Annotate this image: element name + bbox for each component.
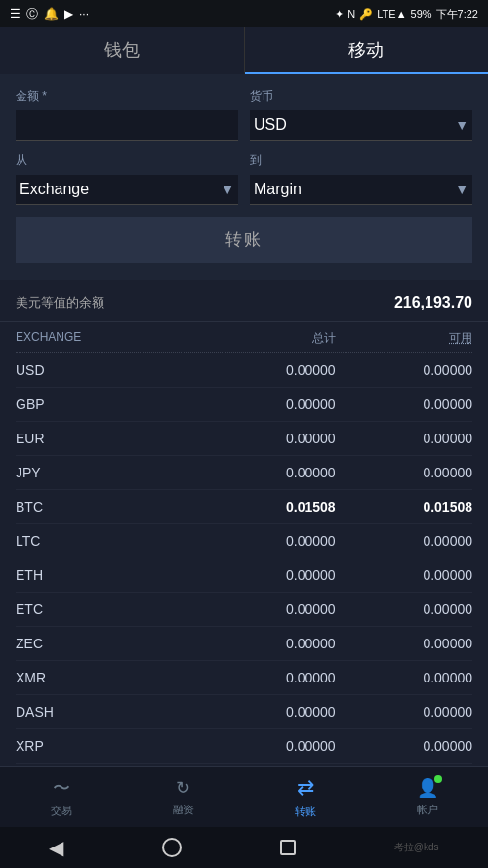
- currency-cell: ETC: [16, 601, 198, 617]
- balance-label: 美元等值的余额: [16, 294, 104, 311]
- form-area: 金额 * 货币 USD ▼ 从 Exchange ▼ 到 Margin ▼: [0, 74, 488, 280]
- sys-nav: ◀ 考拉@kds: [0, 827, 488, 868]
- total-cell: 0.00000: [198, 636, 335, 651]
- available-cell: 0.00000: [336, 362, 472, 378]
- table-row: JPY 0.00000 0.00000: [16, 456, 472, 490]
- amount-label: 金额 *: [16, 88, 238, 104]
- currency-cell: XRP: [16, 738, 198, 754]
- available-cell: 0.00000: [336, 533, 472, 549]
- currency-select[interactable]: USD ▼: [250, 110, 472, 141]
- nav-label-finance: 融资: [173, 803, 194, 817]
- dots: ···: [79, 7, 89, 21]
- signal-icon: LTE▲: [377, 8, 406, 20]
- table-rows-container: USD 0.00000 0.00000 GBP 0.00000 0.00000 …: [16, 353, 472, 764]
- tab-wallet[interactable]: 钱包: [0, 27, 245, 74]
- balance-value: 216,193.70: [394, 294, 472, 311]
- currency-table: EXCHANGE 总计 可用 USD 0.00000 0.00000 GBP 0…: [0, 322, 488, 813]
- available-cell: 0.00000: [336, 636, 472, 651]
- total-cell: 0.00000: [198, 396, 335, 412]
- app-icon: Ⓒ: [26, 6, 38, 22]
- available-cell: 0.00000: [336, 431, 472, 446]
- status-right-icons: ✦ N 🔑 LTE▲ 59% 下午7:22: [335, 7, 478, 21]
- total-cell: 0.00000: [198, 362, 335, 378]
- currency-cell: DASH: [16, 704, 198, 720]
- amount-group: 金额 *: [16, 88, 238, 141]
- total-cell: 0.00000: [198, 670, 335, 685]
- table-row: LTC 0.00000 0.00000: [16, 524, 472, 558]
- total-cell: 0.00000: [198, 465, 335, 480]
- form-row-amount-currency: 金额 * 货币 USD ▼: [16, 88, 472, 141]
- currency-cell: ETH: [16, 567, 198, 583]
- from-value: Exchange: [20, 181, 89, 198]
- recent-button[interactable]: [280, 840, 296, 855]
- table-row: ETC 0.00000 0.00000: [16, 593, 472, 627]
- currency-cell: GBP: [16, 396, 198, 412]
- nav-item-account[interactable]: 👤 帐户: [366, 777, 488, 817]
- currency-value: USD: [254, 116, 287, 134]
- nav-item-finance[interactable]: ↻ 融资: [122, 777, 244, 817]
- nav-item-transfer[interactable]: ⇄ 转账: [244, 775, 366, 819]
- balance-section: 美元等值的余额 216,193.70: [0, 280, 488, 322]
- home-button[interactable]: [162, 838, 182, 857]
- total-cell: 0.00000: [198, 533, 335, 549]
- transfer-btn-row: 转账: [16, 217, 472, 263]
- currency-cell: ZEC: [16, 636, 198, 651]
- status-bar: ☰ Ⓒ 🔔 ▶ ··· ✦ N 🔑 LTE▲ 59% 下午7:22: [0, 0, 488, 27]
- time: 下午7:22: [436, 7, 478, 21]
- amount-input[interactable]: [16, 110, 238, 141]
- currency-group: 货币 USD ▼: [250, 88, 472, 141]
- to-dropdown-arrow: ▼: [455, 182, 468, 197]
- available-cell: 0.00000: [336, 670, 472, 685]
- from-dropdown-arrow: ▼: [221, 182, 234, 197]
- available-header: 可用: [336, 330, 472, 347]
- table-header: EXCHANGE 总计 可用: [16, 322, 472, 353]
- currency-cell: USD: [16, 362, 198, 378]
- online-dot: [434, 775, 442, 783]
- table-row: EUR 0.00000 0.00000: [16, 422, 472, 456]
- currency-cell: EUR: [16, 431, 198, 446]
- finance-icon: ↻: [176, 777, 190, 799]
- to-select[interactable]: Margin ▼: [250, 175, 472, 205]
- menu-icon: ☰: [10, 7, 20, 21]
- status-left-icons: ☰ Ⓒ 🔔 ▶ ···: [10, 6, 89, 22]
- currency-label: 货币: [250, 88, 472, 104]
- transfer-icon: ⇄: [297, 775, 314, 801]
- back-button[interactable]: ◀: [49, 836, 63, 859]
- table-section-name: EXCHANGE: [16, 330, 198, 347]
- tab-mobile[interactable]: 移动: [245, 27, 489, 74]
- total-cell: 0.00000: [198, 567, 335, 583]
- nfc-icon: N: [347, 8, 355, 20]
- currency-cell: JPY: [16, 465, 198, 480]
- available-cell: 0.00000: [336, 396, 472, 412]
- nav-item-trade[interactable]: 〜 交易: [0, 776, 122, 818]
- form-row-from-to: 从 Exchange ▼ 到 Margin ▼: [16, 152, 472, 205]
- total-header: 总计: [198, 330, 335, 347]
- total-cell: 0.00000: [198, 738, 335, 754]
- currency-cell: XMR: [16, 670, 198, 685]
- total-cell: 0.00000: [198, 704, 335, 720]
- table-row: DASH 0.00000 0.00000: [16, 695, 472, 729]
- bottom-nav: 〜 交易 ↻ 融资 ⇄ 转账 👤 帐户: [0, 766, 488, 827]
- transfer-button[interactable]: 转账: [16, 217, 472, 263]
- to-label: 到: [250, 152, 472, 169]
- nav-label-transfer: 转账: [295, 805, 316, 819]
- available-cell: 0.01508: [336, 499, 472, 515]
- table-row: GBP 0.00000 0.00000: [16, 388, 472, 422]
- bluetooth-icon: ✦: [335, 8, 344, 21]
- total-cell: 0.00000: [198, 601, 335, 617]
- play-icon: ▶: [64, 7, 73, 21]
- top-tabs: 钱包 移动: [0, 27, 488, 74]
- available-cell: 0.00000: [336, 465, 472, 480]
- table-row: XRP 0.00000 0.00000: [16, 729, 472, 764]
- to-value: Margin: [254, 181, 302, 198]
- available-cell: 0.00000: [336, 567, 472, 583]
- table-row: BTC 0.01508 0.01508: [16, 490, 472, 524]
- total-cell: 0.01508: [198, 499, 335, 515]
- available-cell: 0.00000: [336, 704, 472, 720]
- from-select[interactable]: Exchange ▼: [16, 175, 238, 205]
- nav-label-account: 帐户: [417, 803, 438, 817]
- key-icon: 🔑: [359, 8, 373, 21]
- total-cell: 0.00000: [198, 431, 335, 446]
- currency-cell: LTC: [16, 533, 198, 549]
- currency-dropdown-arrow: ▼: [455, 117, 468, 133]
